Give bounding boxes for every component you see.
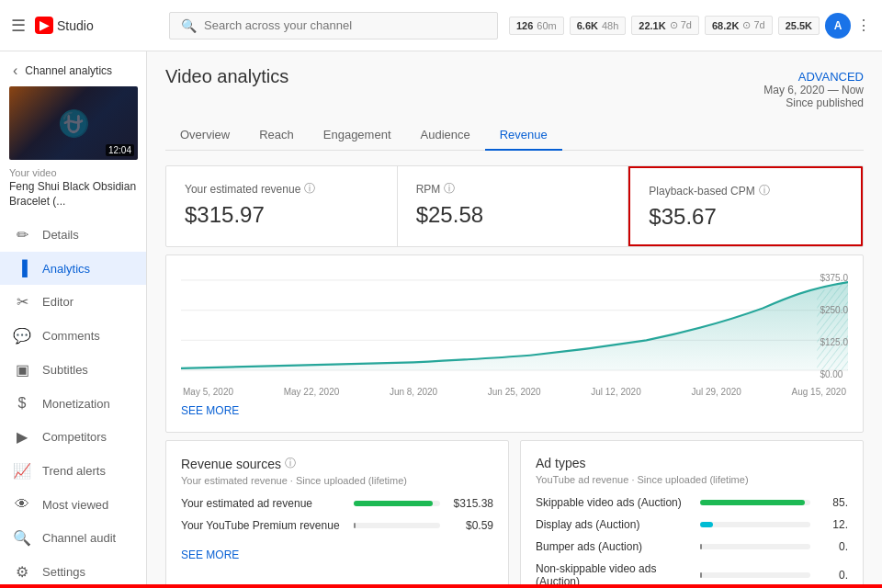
revenue-row-0: Your estimated ad revenue $315.38 — [181, 497, 493, 510]
revenue-amount-1: $0.59 — [447, 519, 493, 532]
ad-value-0: 85. — [816, 496, 848, 509]
date-range: May 6, 2020 — Now Since published — [763, 84, 864, 109]
sidebar-item-competitors-label: Competitors — [42, 430, 107, 444]
sidebar-item-channel-audit[interactable]: 🔍 Channel audit — [0, 521, 146, 555]
tab-revenue[interactable]: Revenue — [485, 120, 562, 151]
ad-bar-container-2 — [700, 544, 810, 549]
sidebar: ‹ Channel analytics ⛎ 12:04 Your video F… — [0, 51, 147, 584]
sidebar-item-subtitles[interactable]: ▣ Subtitles — [0, 353, 146, 387]
revenue-label-0: Your estimated ad revenue — [181, 497, 346, 510]
sidebar-item-most-viewed[interactable]: 👁 Most viewed — [0, 488, 146, 521]
tab-audience[interactable]: Audience — [406, 120, 485, 151]
ad-bar-1 — [700, 522, 713, 527]
revenue-bar-1 — [354, 523, 356, 528]
ad-bar-container-3 — [700, 572, 810, 578]
stat-pill-1: 6.6K 48h — [570, 17, 627, 35]
gear-icon: ⚙ — [13, 563, 31, 581]
ad-bar-0 — [700, 500, 805, 505]
hamburger-menu[interactable]: ☰ — [11, 16, 26, 36]
thumbnail-image: ⛎ 12:04 — [9, 86, 138, 160]
sidebar-item-analytics-label: Analytics — [42, 262, 90, 276]
sidebar-item-analytics[interactable]: ▐ Analytics — [0, 252, 146, 285]
sidebar-item-most-viewed-label: Most viewed — [42, 498, 108, 512]
sidebar-item-competitors[interactable]: ▶ Competitors — [0, 420, 146, 454]
avatar[interactable]: A — [825, 13, 851, 39]
audit-icon: 🔍 — [13, 529, 31, 547]
sidebar-item-comments[interactable]: 💬 Comments — [0, 319, 146, 353]
ad-type-label-3: Non-skippable video ads (Auction) — [536, 562, 693, 584]
sidebar-item-trend-alerts[interactable]: 📈 Trend alerts — [0, 454, 146, 488]
main-content: Video analytics ADVANCED May 6, 2020 — N… — [147, 51, 882, 584]
revenue-sources-info-icon[interactable]: ⓘ — [285, 456, 296, 471]
revenue-amount-0: $315.38 — [447, 497, 493, 510]
tab-engagement[interactable]: Engagement — [309, 120, 406, 151]
sidebar-item-editor[interactable]: ✂ Editor — [0, 285, 146, 319]
stat-value-2: 22.1K — [639, 20, 665, 31]
stat-value-1: 6.6K — [577, 20, 598, 31]
chart-x-label-2: Jun 8, 2020 — [390, 387, 437, 397]
ad-bar-container-1 — [700, 522, 810, 527]
revenue-row-1: Your YouTube Premium revenue $0.59 — [181, 519, 493, 532]
thumb-duration: 12:04 — [106, 144, 134, 156]
revenue-chart: $375.0 $250.0 $125.0 $0.00 May 5, 2020 M… — [165, 254, 864, 433]
ad-bar-2 — [700, 544, 702, 549]
ad-types-subtitle: YouTube ad revenue · Since uploaded (lif… — [536, 474, 848, 485]
chart-svg — [181, 270, 848, 380]
ad-value-2: 0. — [816, 540, 848, 553]
sidebar-item-settings[interactable]: ⚙ Settings — [0, 555, 146, 584]
sidebar-thumbnail: ⛎ 12:04 — [9, 86, 137, 160]
yt-icon: ▶ — [35, 17, 53, 34]
metric-cpm: Playback-based CPM ⓘ $35.67 — [628, 166, 863, 246]
search-input[interactable] — [204, 18, 486, 32]
metric-value-0: $315.97 — [185, 202, 379, 228]
chart-x-label-1: May 22, 2020 — [284, 387, 340, 397]
ad-bar-container-0 — [700, 500, 810, 505]
chart-x-labels: May 5, 2020 May 22, 2020 Jun 8, 2020 Jun… — [181, 387, 848, 397]
search-bar[interactable]: 🔍 — [169, 12, 498, 40]
chart-x-label-4: Jul 12, 2020 — [591, 387, 641, 397]
analytics-tabs: Overview Reach Engagement Audience Reven… — [165, 120, 864, 151]
ad-type-label-1: Display ads (Auction) — [536, 518, 693, 531]
main-layout: ‹ Channel analytics ⛎ 12:04 Your video F… — [0, 51, 882, 584]
info-icon-2[interactable]: ⓘ — [759, 183, 770, 198]
dollar-icon: $ — [13, 395, 31, 412]
date-since-label: Since published — [763, 96, 864, 109]
ad-types-title: Ad types — [536, 456, 848, 470]
see-more-revenue-button[interactable]: SEE MORE — [181, 548, 239, 561]
more-icon[interactable]: ⋮ — [856, 17, 871, 34]
ad-type-row-2: Bumper ads (Auction) 0. — [536, 540, 848, 553]
sidebar-item-details[interactable]: ✏ Details — [0, 218, 146, 252]
revenue-sources-panel: Revenue sources ⓘ Your estimated revenue… — [165, 440, 509, 584]
metric-value-1: $25.58 — [416, 202, 610, 228]
content-header: Video analytics ADVANCED May 6, 2020 — N… — [165, 66, 864, 109]
sidebar-item-settings-label: Settings — [42, 565, 85, 579]
top-bar-right: 126 60m 6.6K 48h 22.1K ⊙ 7d 68.2K ⊙ 7d 2… — [509, 13, 871, 39]
revenue-bar-container-1 — [354, 523, 440, 528]
scissors-icon: ✂ — [13, 293, 31, 311]
date-range-text: May 6, 2020 — Now — [763, 84, 864, 96]
metric-label-2: Playback-based CPM ⓘ — [649, 183, 842, 198]
chart-x-label-6: Aug 15, 2020 — [792, 387, 847, 397]
ad-type-row-0: Skippable video ads (Auction) 85. — [536, 496, 848, 509]
trend-icon: 📈 — [13, 462, 31, 480]
see-more-chart-button[interactable]: SEE MORE — [181, 404, 239, 417]
revenue-bar-container-0 — [354, 501, 440, 506]
tab-overview[interactable]: Overview — [165, 120, 244, 151]
sidebar-item-monetization-label: Monetization — [42, 397, 110, 411]
revenue-sources-subtitle: Your estimated revenue · Since uploaded … — [181, 475, 493, 486]
stat-sub-2: ⊙ 7d — [670, 19, 692, 31]
top-bar: ☰ ▶ Studio 🔍 126 60m 6.6K 48h 22.1K ⊙ 7d… — [0, 0, 882, 51]
metric-rpm: RPM ⓘ $25.58 — [398, 166, 629, 246]
tab-reach[interactable]: Reach — [244, 120, 309, 151]
advanced-button[interactable]: ADVANCED — [763, 70, 864, 84]
metric-label-0: Your estimated revenue ⓘ — [185, 181, 379, 197]
revenue-bar-0 — [354, 501, 433, 506]
bar-chart-icon: ▐ — [13, 260, 31, 277]
ad-bar-3 — [700, 572, 702, 578]
info-icon-1[interactable]: ⓘ — [444, 181, 455, 197]
info-icon-0[interactable]: ⓘ — [304, 181, 315, 197]
sidebar-back-button[interactable]: ‹ Channel analytics — [0, 51, 146, 86]
sidebar-item-trend-alerts-label: Trend alerts — [42, 464, 106, 478]
sidebar-item-comments-label: Comments — [42, 329, 100, 343]
sidebar-item-monetization[interactable]: $ Monetization — [0, 387, 146, 420]
